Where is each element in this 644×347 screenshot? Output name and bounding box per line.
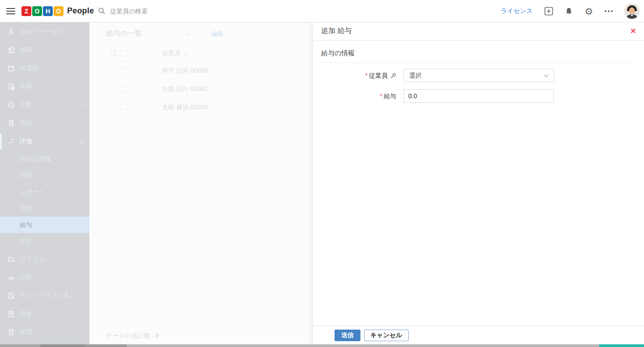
org-icon [7,46,15,54]
sidebar-item-timesheet[interactable]: 工数 [0,96,89,114]
sidebar-item-admin[interactable]: 管理 [0,323,89,341]
employee-name: 華子 日向 00009 [162,67,208,75]
doc-icon [7,119,15,127]
sidebar-item-label: セルフサービス [20,28,64,36]
sidebar-item-label: 管理 [20,328,32,336]
submit-button[interactable]: 送信 [335,330,360,341]
panel-footer: 送信 キャンセル [313,326,644,345]
sidebar-item-label: 給与 [20,221,32,229]
required-mark: * [365,72,368,79]
sidebar-item-goals[interactable]: 目標 [0,200,89,217]
row-checkbox[interactable] [120,104,127,111]
chevron-down-icon [80,121,84,125]
sidebar-item-label: 目標 [20,205,32,213]
sidebar-item-performance[interactable]: 評価 [0,132,89,151]
list-view-chevron-down-icon[interactable] [185,31,190,36]
global-search [89,0,456,22]
employee-select[interactable]: 選択 [403,69,554,82]
chevron-down-icon [80,84,84,88]
close-icon[interactable]: × [631,25,636,37]
salary-field-label: *給与 [313,92,396,100]
more-icon[interactable] [605,10,613,12]
sidebar-item-checklist[interactable]: チェックリスト&... [0,286,89,305]
calendar-icon [7,64,15,72]
employee-field-label: *従業員 [313,72,396,80]
sidebar-item-training[interactable]: 研修 [0,305,89,323]
sidebar-item-reports[interactable]: レポート [0,184,89,200]
search-input[interactable] [110,8,271,15]
user-avatar[interactable] [624,4,640,19]
cancel-button[interactable]: キャンセル [364,330,409,341]
employee-name: 次郎 日向 00001 [162,85,208,93]
user-icon [7,28,15,35]
top-bar: ZOHO People ライセンス ⚙ [0,0,644,22]
row-checkbox[interactable] [120,86,127,92]
horizontal-scrollbar[interactable] [0,344,644,347]
chevron-down-icon [80,139,84,143]
gear-icon[interactable]: ⚙ [585,7,593,16]
search-icon [98,7,106,15]
performance-icon [7,138,15,145]
logo-letter-box: Z [21,6,31,16]
chevron-down-icon [80,256,84,261]
select-chevron-down-icon [544,73,548,77]
sidebar-item-label: 評価 [20,138,32,146]
sidebar-item-label: 組織 [20,46,32,54]
record-count-value: # [156,332,159,339]
section-title: 給与の情報 [321,49,355,58]
chevron-down-icon [80,47,84,52]
add-salary-panel: 追加 給与 × 給与の情報 *従業員 選択 *給与 送信 キャンセル [313,22,644,347]
bell-icon[interactable] [565,7,573,16]
sidebar-item-organization[interactable]: 組織 [0,41,89,59]
chevron-down-icon [80,330,84,334]
row-checkbox[interactable] [120,67,127,74]
sidebar-item-label: 休暇 [20,83,32,91]
sidebar-item-colleagues[interactable]: 同僚 [0,167,89,184]
sidebar-item-analytics[interactable]: 分析 [0,268,89,286]
license-link[interactable]: ライセンス [501,7,533,15]
logo-letter-box: O [32,6,42,16]
chart-icon [7,273,15,281]
sidebar-item-label: 自分の評価 [20,155,51,163]
add-column-icon[interactable] [110,49,117,59]
sidebar-item-attendance[interactable]: 出退勤 [0,59,89,77]
sidebar-item-label: チェックリスト&... [20,292,74,300]
salary-input[interactable] [403,89,554,103]
sidebar-item-label: 出退勤 [20,64,38,72]
sidebar-item-label: レポート [20,188,45,196]
chevron-down-icon [80,311,84,316]
chevron-down-icon [80,102,84,107]
checklist-icon [7,292,15,299]
app-window: ZOHO People ライセンス ⚙ セルフサービス 組織 [0,0,644,347]
book-icon [7,310,15,318]
chevron-down-icon [80,66,84,70]
list-title: 給与の一覧 [106,29,142,38]
lookup-key-icon [390,73,396,80]
section-divider [321,63,636,63]
sidebar-item-requests[interactable]: 申請 [0,114,89,132]
required-mark: * [380,92,382,100]
logo-letter-box: H [43,6,53,16]
add-box-icon[interactable] [544,7,553,16]
sidebar-item-files[interactable]: ファイル [0,250,89,268]
sidebar-item-self-service[interactable]: セルフサービス [0,22,89,41]
sidebar-item-label: ファイル [20,255,45,263]
hamburger-menu-icon[interactable] [6,6,15,16]
zoho-people-logo[interactable]: ZOHO People [21,6,94,16]
sidebar-item-salary[interactable]: 給与 [0,217,89,233]
record-count: データの合計数 :# [106,332,159,340]
edit-link[interactable]: 編集 [211,30,224,38]
leave-icon [7,83,15,90]
folder-icon [7,255,15,263]
logo-letter-box: O [54,6,64,16]
sidebar-item-leave[interactable]: 休暇 [0,77,89,96]
select-all-checkbox[interactable] [120,50,127,56]
sidebar-item-my-review[interactable]: 自分の評価 [0,151,89,167]
sidebar-nav: セルフサービス 組織 出退勤 休暇 工数 申請 評価 自分の評価 同僚 レポート [0,22,89,344]
sidebar-item-settings[interactable]: 設定 [0,233,89,250]
employee-name: 太郎 横浜 00000 [162,104,208,112]
sidebar-item-label: 工数 [20,101,32,109]
adminDoc-icon [7,328,15,336]
sidebar-item-label: 申請 [20,119,32,127]
column-header-employee[interactable]: 従業員 [162,49,187,57]
